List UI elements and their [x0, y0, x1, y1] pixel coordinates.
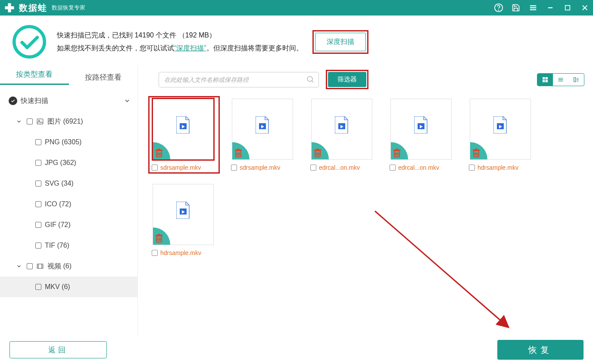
view-tabs: 按类型查看 按路径查看 [0, 65, 137, 89]
view-detail-button[interactable] [568, 74, 584, 86]
video-icon [36, 262, 44, 270]
tree-images[interactable]: 图片 (6921) [0, 111, 137, 132]
app-logo: 数据蛙 [3, 2, 47, 14]
svg-rect-65 [473, 149, 480, 151]
minimize-icon[interactable] [546, 3, 555, 12]
chevron-down-icon[interactable] [15, 118, 23, 124]
file-toolbar: 筛选器 [147, 65, 584, 91]
checkbox[interactable] [231, 165, 237, 171]
chevron-down-icon[interactable] [123, 97, 131, 104]
video-file-icon [176, 116, 190, 134]
deleted-badge-icon [153, 227, 170, 245]
checkbox[interactable] [469, 165, 475, 171]
help-icon[interactable] [494, 3, 503, 12]
medical-cross-icon [3, 2, 16, 14]
file-card[interactable]: edrcal...on.mkv [309, 99, 376, 171]
maximize-icon[interactable] [563, 3, 572, 12]
tree-label: 快速扫描 [21, 96, 48, 106]
deep-scan-link[interactable]: “深度扫描” [174, 44, 206, 52]
view-grid-button[interactable] [537, 74, 553, 86]
svg-rect-73 [158, 234, 160, 235]
file-name: edrcal...on.mkv [398, 164, 439, 171]
tree-videos[interactable]: 视频 (6) [0, 256, 137, 277]
tree-ico[interactable]: ICO (72) [0, 194, 137, 215]
file-card[interactable]: hdrsample.mkv [468, 99, 534, 171]
recover-button[interactable]: 恢复 [497, 340, 584, 360]
deleted-badge-icon [232, 142, 250, 159]
video-file-icon [493, 116, 507, 134]
checkbox[interactable] [27, 118, 33, 124]
filter-button[interactable]: 筛选器 [328, 72, 366, 87]
app-name: 数据蛙 [19, 2, 47, 14]
checkbox[interactable] [35, 243, 41, 249]
tree-gif[interactable]: GIF (72) [0, 215, 137, 235]
deleted-badge-icon [312, 142, 329, 159]
file-label-row: sdrsample.mkv [151, 164, 217, 171]
menu-icon[interactable] [528, 3, 538, 12]
deleted-badge-icon [470, 142, 487, 159]
file-name: sdrsample.mkv [160, 164, 201, 171]
checkbox[interactable] [152, 165, 158, 171]
search-icon[interactable] [306, 75, 315, 85]
checkbox[interactable] [35, 222, 41, 228]
svg-rect-59 [396, 149, 398, 149]
deleted-badge-icon [391, 142, 408, 159]
checkbox[interactable] [35, 284, 41, 290]
check-filled-icon [9, 96, 17, 105]
file-label-row: edrcal...on.mkv [309, 164, 376, 171]
right-pane: 筛选器 sdrsample.mkvsdrsample.mkvedrcal...o… [138, 65, 593, 336]
advice-prefix: 如果您找不到丢失的文件，您可以试试 [57, 44, 174, 52]
file-card[interactable]: sdrsample.mkv [151, 99, 217, 171]
svg-rect-10 [37, 119, 43, 124]
deep-scan-highlight: 深度扫描 [312, 30, 368, 54]
svg-rect-66 [475, 149, 478, 149]
file-thumbnail [390, 99, 452, 160]
tree-mkv[interactable]: MKV (6) [0, 277, 137, 297]
tree-png[interactable]: PNG (6305) [0, 132, 137, 152]
file-card[interactable]: edrcal...on.mkv [389, 99, 455, 171]
file-label-row: edrcal...on.mkv [389, 164, 455, 171]
file-card[interactable]: sdrsample.mkv [230, 99, 296, 171]
tree-quick-scan[interactable]: 快速扫描 [0, 90, 137, 111]
video-file-icon [414, 116, 428, 134]
content-area: 按类型查看 按路径查看 快速扫描 图片 (6921) PNG (6305) JP… [0, 65, 593, 336]
advice-suffix: 。但深度扫描将需要更多时间。 [206, 44, 303, 52]
tab-by-path[interactable]: 按路径查看 [69, 72, 138, 82]
tree-label: 视频 (6) [47, 262, 72, 271]
file-card[interactable]: hdrsample.mkv [151, 184, 217, 256]
checkbox[interactable] [152, 250, 158, 256]
checkbox[interactable] [35, 180, 41, 187]
checkbox[interactable] [35, 160, 41, 166]
deep-scan-button[interactable]: 深度扫描 [315, 33, 366, 51]
svg-rect-21 [543, 77, 545, 79]
tree-tif[interactable]: TIF (76) [0, 235, 137, 256]
checkbox[interactable] [27, 263, 33, 269]
svg-point-9 [14, 27, 45, 57]
checkbox[interactable] [390, 165, 396, 171]
tree-jpg[interactable]: JPG (362) [0, 152, 137, 173]
file-thumbnail [153, 184, 214, 245]
summary-prefix: 快速扫描已完成，已找到 [57, 31, 134, 39]
checkbox[interactable] [310, 165, 316, 171]
checkbox[interactable] [35, 139, 41, 145]
tab-by-type[interactable]: 按类型查看 [0, 69, 69, 85]
file-thumbnail [153, 99, 214, 160]
close-icon[interactable] [580, 3, 590, 12]
file-name: hdrsample.mkv [478, 164, 518, 171]
svg-rect-45 [237, 149, 240, 149]
video-file-icon [256, 116, 269, 134]
file-count: 14190 [134, 31, 154, 39]
checkbox[interactable] [35, 201, 41, 207]
view-list-button[interactable] [553, 74, 568, 86]
svg-rect-38 [158, 149, 160, 149]
back-button[interactable]: 返回 [9, 341, 107, 358]
tree-label: MKV (6) [45, 283, 70, 291]
svg-point-1 [499, 10, 499, 10]
chevron-down-icon[interactable] [15, 263, 23, 269]
save-icon[interactable] [511, 3, 521, 12]
svg-rect-37 [156, 149, 162, 151]
tree-svg[interactable]: SVG (34) [0, 173, 137, 194]
category-tree: 快速扫描 图片 (6921) PNG (6305) JPG (362) SVG … [0, 89, 137, 336]
file-name: edrcal...on.mkv [319, 164, 360, 171]
search-input[interactable] [159, 72, 319, 87]
